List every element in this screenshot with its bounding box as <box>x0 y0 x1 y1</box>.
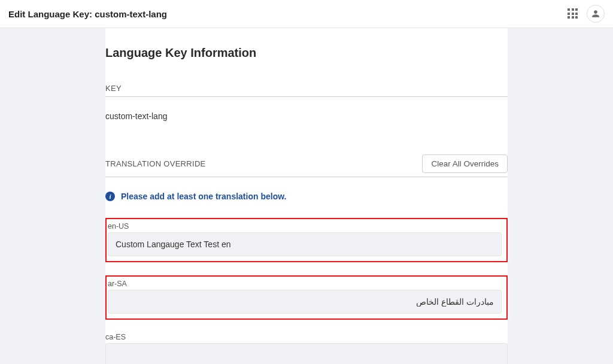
locale-block-ca-es: ca-ES <box>105 333 508 364</box>
key-value: custom-text-lang <box>105 111 508 121</box>
user-avatar-button[interactable] <box>587 5 605 23</box>
override-label: TRANSLATION OVERRIDE <box>105 159 206 168</box>
override-section-header: TRANSLATION OVERRIDE Clear All Overrides <box>105 154 508 177</box>
page-title: Edit Language Key: custom-text-lang <box>8 9 167 19</box>
user-icon <box>591 10 600 18</box>
locale-input-ar-sa[interactable] <box>108 290 502 314</box>
content-card: Language Key Information KEY custom-text… <box>105 28 508 364</box>
info-icon: i <box>105 192 115 201</box>
topbar-actions <box>568 5 605 23</box>
locale-block-en-us: en-US <box>105 218 508 262</box>
section-heading: Language Key Information <box>105 46 508 60</box>
locale-label: ca-ES <box>105 333 508 341</box>
locale-input-ca-es[interactable] <box>105 343 508 364</box>
locale-input-en-us[interactable] <box>108 232 502 256</box>
info-message: i Please add at least one translation be… <box>105 192 508 201</box>
locale-label: en-US <box>108 222 502 230</box>
key-section-label: KEY <box>105 84 508 97</box>
info-message-text: Please add at least one translation belo… <box>121 192 286 201</box>
locale-block-ar-sa: ar-SA <box>105 275 508 320</box>
page-background: Language Key Information KEY custom-text… <box>0 28 613 364</box>
apps-icon[interactable] <box>568 8 578 19</box>
clear-all-overrides-button[interactable]: Clear All Overrides <box>422 154 508 173</box>
locale-label: ar-SA <box>108 280 502 288</box>
top-bar: Edit Language Key: custom-text-lang <box>0 0 613 28</box>
